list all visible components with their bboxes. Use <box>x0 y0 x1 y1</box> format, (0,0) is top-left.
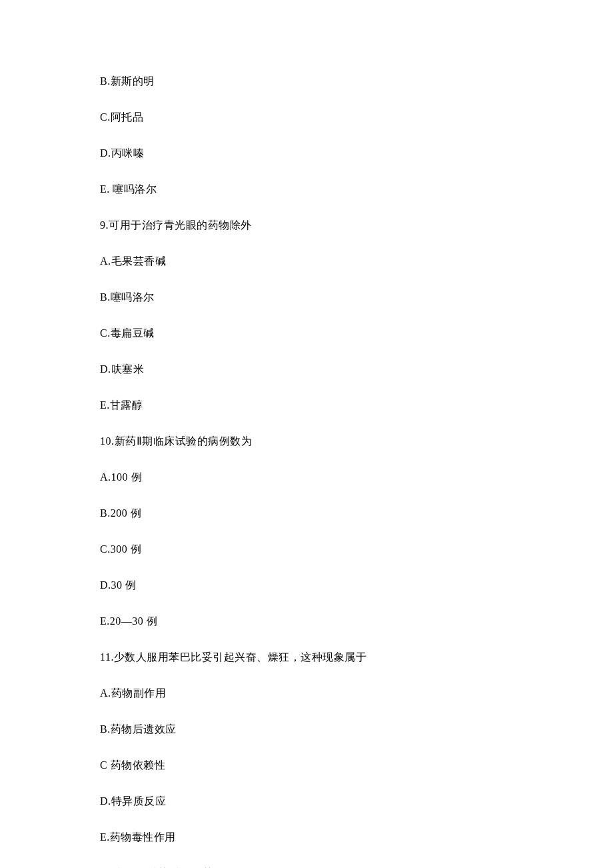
question-9: 9.可用于治疗青光眼的药物除外 <box>100 217 513 233</box>
option-e: E.20—30 例 <box>100 613 513 629</box>
document-page: B.新斯的明 C.阿托品 D.丙咪嗪 E. 噻吗洛尔 9.可用于治疗青光眼的药物… <box>0 0 613 868</box>
option-b: B.药物后遗效应 <box>100 721 513 737</box>
option-b: B.新斯的明 <box>100 73 513 89</box>
option-a: A.100 例 <box>100 469 513 485</box>
option-e: E.甘露醇 <box>100 397 513 413</box>
option-e: E. 噻吗洛尔 <box>100 181 513 197</box>
question-11: 11.少数人服用苯巴比妥引起兴奋、燥狂，这种现象属于 <box>100 649 513 665</box>
option-c: C 药物依赖性 <box>100 757 513 773</box>
option-a: A.毛果芸香碱 <box>100 253 513 269</box>
option-d: D.呋塞米 <box>100 361 513 377</box>
option-d: D.丙咪嗪 <box>100 145 513 161</box>
option-b: B.200 例 <box>100 505 513 521</box>
option-d: D.30 例 <box>100 577 513 593</box>
option-c: C.阿托品 <box>100 109 513 125</box>
option-d: D.特异质反应 <box>100 793 513 809</box>
option-c: C.毒扁豆碱 <box>100 325 513 341</box>
question-10: 10.新药Ⅱ期临床试验的病例数为 <box>100 433 513 449</box>
question-12: 12.老年人感染时，用药的原则是 <box>100 865 513 868</box>
option-b: B.噻吗洛尔 <box>100 289 513 305</box>
option-a: A.药物副作用 <box>100 685 513 701</box>
option-e: E.药物毒性作用 <box>100 829 513 845</box>
option-c: C.300 例 <box>100 541 513 557</box>
